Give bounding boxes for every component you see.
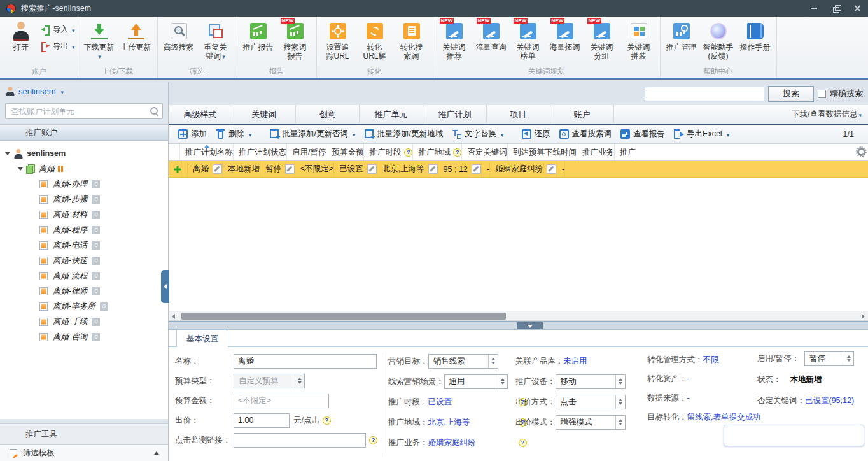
scroll-right-icon[interactable]	[862, 314, 865, 319]
restore-button-window[interactable]	[825, 0, 846, 17]
column-header[interactable]	[174, 144, 180, 160]
expand-arrow-icon[interactable]	[5, 152, 10, 155]
spinner-icon[interactable]	[295, 374, 304, 388]
open-button[interactable]: 打开	[3, 20, 39, 52]
column-header[interactable]: 预算金额	[326, 144, 364, 160]
tree-item-unit[interactable]: 离婚-律师 0	[0, 283, 168, 299]
help-icon[interactable]	[323, 416, 331, 425]
pause-select[interactable]: 暂停	[804, 351, 854, 366]
column-header[interactable]: 推广计划状态	[234, 144, 287, 160]
row-cell[interactable]: -	[482, 161, 490, 177]
row-cell[interactable]: 已设置	[334, 161, 377, 177]
form-select[interactable]: 自定义预算	[234, 374, 305, 388]
sidebar-collapse-handle[interactable]	[161, 270, 169, 303]
filter-template-section[interactable]: 筛选模板	[0, 444, 168, 461]
tab-basic-settings[interactable]: 基本设置	[176, 330, 228, 347]
search-input[interactable]	[5, 103, 163, 119]
search-button[interactable]: 搜索	[768, 86, 814, 102]
column-header[interactable]: 到达预算下线时间	[508, 144, 577, 160]
scrollbar-thumb[interactable]	[181, 313, 506, 320]
row-cell[interactable]: 北京,上海等	[377, 161, 438, 177]
edit-pencil-icon[interactable]	[285, 164, 295, 174]
spinner-icon[interactable]	[844, 352, 853, 365]
edit-pencil-icon[interactable]	[547, 164, 556, 174]
tree-item-unit[interactable]: 离婚-事务所 0	[0, 299, 168, 314]
column-header[interactable]: 推广	[615, 144, 636, 160]
column-header[interactable]	[169, 144, 174, 160]
form-select[interactable]: 点击	[556, 395, 626, 409]
form-select[interactable]: 销售线索	[428, 354, 498, 369]
row-cell[interactable]: 暂停	[260, 161, 295, 177]
table-row[interactable]: 离婚 本地新增 暂停	[169, 161, 868, 178]
row-cell[interactable]: -	[557, 161, 565, 177]
tree-item-unit[interactable]: 离婚-手续 0	[0, 314, 168, 329]
help-icon[interactable]	[369, 436, 377, 444]
export-button[interactable]: 导出	[41, 41, 75, 52]
spinner-icon[interactable]	[488, 355, 498, 368]
column-header[interactable]: 推广业务	[577, 144, 615, 160]
form-input[interactable]	[234, 413, 290, 428]
form-select[interactable]: 移动	[556, 374, 626, 389]
column-settings-gear-icon[interactable]	[857, 148, 865, 156]
tree-item-unit[interactable]: 离婚-流程 0	[0, 268, 168, 283]
row-cell[interactable]	[169, 161, 182, 177]
form-input[interactable]	[234, 354, 377, 369]
search-icon[interactable]	[150, 106, 158, 115]
scroll-left-icon[interactable]	[172, 314, 175, 319]
edit-pencil-icon[interactable]	[472, 164, 481, 174]
spinner-icon[interactable]	[615, 375, 625, 388]
tree-item-plan[interactable]: 离婚	[0, 161, 168, 176]
row-cell[interactable]: 婚姻家庭纠纷	[490, 161, 557, 177]
edit-pencil-icon[interactable]	[367, 164, 377, 174]
minimize-button[interactable]	[803, 0, 825, 17]
collapse-up-icon[interactable]	[154, 451, 159, 455]
row-cell[interactable]	[182, 161, 188, 177]
row-cell[interactable]: 95 ; 12	[438, 161, 482, 177]
column-header[interactable]: 推广时段	[364, 144, 413, 160]
account-selector[interactable]: senlinsem	[0, 82, 168, 101]
tree-item-unit[interactable]: 离婚-程序 0	[0, 222, 168, 238]
tree-item-unit[interactable]: 离婚-咨询 0	[0, 329, 168, 344]
panel-splitter[interactable]	[169, 321, 868, 329]
row-cell[interactable]: <不限定>	[295, 161, 334, 177]
form-link[interactable]: 北京,上海等	[428, 417, 470, 428]
help-icon[interactable]	[519, 439, 527, 447]
form-link[interactable]: 留线索,表单提交成功	[687, 412, 761, 423]
help-icon[interactable]	[404, 148, 412, 157]
exact-search-checkbox[interactable]	[818, 90, 826, 98]
tree-item-unit[interactable]: 离婚-电话 0	[0, 238, 168, 253]
download-view-data-menu[interactable]: 下载/查看数据信息	[792, 105, 868, 124]
edit-pencil-icon[interactable]	[213, 164, 222, 174]
tree-item-unit[interactable]: 离婚-步骤 0	[0, 192, 168, 207]
spinner-icon[interactable]	[615, 395, 625, 409]
column-header[interactable]: 推广计划名称	[180, 144, 234, 160]
row-cell[interactable]: 离婚	[188, 161, 223, 177]
form-input[interactable]	[234, 433, 366, 448]
edit-pencil-icon[interactable]	[428, 164, 438, 174]
form-input[interactable]	[234, 394, 329, 408]
tree-item-unit[interactable]: 离婚-材料 0	[0, 207, 168, 222]
import-button[interactable]: 导入	[41, 24, 75, 35]
form-link[interactable]: 不限	[703, 355, 719, 365]
help-icon[interactable]	[453, 148, 461, 157]
horizontal-scrollbar[interactable]	[169, 311, 868, 321]
column-header[interactable]: 推广地域	[413, 144, 462, 160]
form-link[interactable]: 未启用	[563, 356, 587, 367]
promotion-tools-section[interactable]: 推广工具	[0, 423, 168, 444]
form-select[interactable]: 通用	[444, 374, 508, 389]
row-cell[interactable]: 本地新增	[223, 161, 260, 177]
spinner-icon[interactable]	[498, 375, 507, 388]
form-link[interactable]: 婚姻家庭纠纷	[428, 437, 476, 448]
tree-item-unit[interactable]: 离婚-快速 0	[0, 253, 168, 268]
column-header[interactable]: 否定关键词	[462, 144, 508, 160]
list-search-input[interactable]	[645, 87, 764, 101]
tree-item-account[interactable]: senlinsem	[0, 146, 168, 161]
expand-arrow-icon[interactable]	[18, 167, 23, 171]
spinner-icon[interactable]	[615, 416, 625, 429]
negative-keywords-link[interactable]: 已设置(95;12)	[805, 395, 854, 406]
close-button[interactable]	[846, 0, 868, 17]
form-link[interactable]: 已设置	[428, 397, 452, 408]
column-header[interactable]: 启用/暂停	[287, 144, 326, 160]
tree-item-unit[interactable]: 离婚-办理 0	[0, 176, 168, 192]
form-select[interactable]: 增强模式	[556, 415, 626, 430]
